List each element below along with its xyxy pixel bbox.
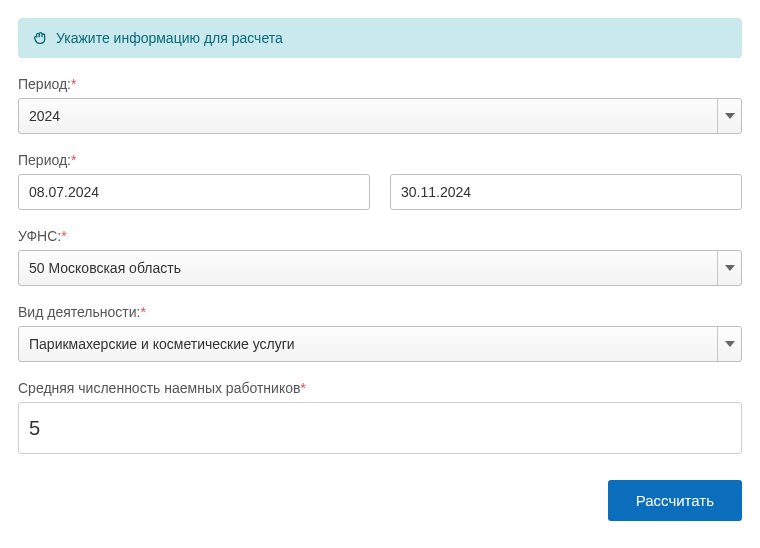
button-row: Рассчитать (18, 480, 742, 521)
employees-input[interactable]: 5 (18, 402, 742, 454)
activity-select[interactable]: Парикмахерские и косметические услуги (18, 326, 742, 362)
chevron-down-icon (717, 99, 741, 133)
employees-field: Средняя численность наемных работников* … (18, 380, 742, 454)
period-dates-label: Период:* (18, 152, 742, 168)
date-from-input[interactable]: 08.07.2024 (18, 174, 370, 210)
ufns-value: 50 Московская область (29, 260, 181, 276)
date-to-value: 30.11.2024 (401, 184, 471, 200)
period-year-label: Период:* (18, 76, 742, 92)
period-year-select[interactable]: 2024 (18, 98, 742, 134)
date-from-value: 08.07.2024 (29, 184, 99, 200)
calculate-button[interactable]: Рассчитать (608, 480, 742, 521)
period-dates-field: Период:* 08.07.2024 30.11.2024 (18, 152, 742, 210)
ufns-label: УФНС:* (18, 228, 742, 244)
activity-label: Вид деятельности:* (18, 304, 742, 320)
employees-label: Средняя численность наемных работников* (18, 380, 742, 396)
chevron-down-icon (717, 327, 741, 361)
info-banner: Укажите информацию для расчета (18, 18, 742, 58)
activity-value: Парикмахерские и косметические услуги (29, 336, 295, 352)
activity-field: Вид деятельности:* Парикмахерские и косм… (18, 304, 742, 362)
chevron-down-icon (717, 251, 741, 285)
period-year-value: 2024 (29, 108, 60, 124)
employees-value: 5 (29, 417, 40, 440)
pointing-hand-icon (32, 30, 48, 46)
info-banner-text: Укажите информацию для расчета (56, 30, 283, 46)
ufns-field: УФНС:* 50 Московская область (18, 228, 742, 286)
ufns-select[interactable]: 50 Московская область (18, 250, 742, 286)
period-year-field: Период:* 2024 (18, 76, 742, 134)
date-to-input[interactable]: 30.11.2024 (390, 174, 742, 210)
